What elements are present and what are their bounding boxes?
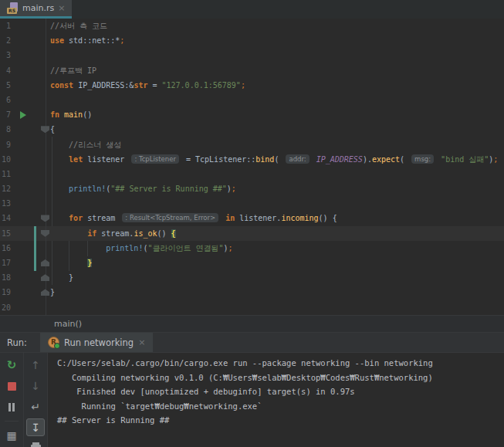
- line-number: 7: [0, 107, 11, 122]
- gutter: [11, 152, 46, 167]
- editor-line[interactable]: 5const IP_ADDRESS:&str = "127.0.0.1:5678…: [0, 78, 504, 93]
- editor-line[interactable]: 15 if stream.is_ok() {: [0, 226, 504, 241]
- run-tab[interactable]: R Run networking ×: [40, 333, 153, 352]
- stop-icon: [8, 382, 16, 391]
- editor-line[interactable]: 13: [0, 196, 504, 211]
- editor-line[interactable]: 7fn main(): [0, 107, 504, 122]
- scroll-to-end-button[interactable]: ↧: [26, 418, 45, 436]
- close-run-tab-icon[interactable]: ×: [138, 338, 145, 347]
- line-number: 18: [0, 270, 11, 285]
- rust-file-icon: RS: [7, 2, 19, 14]
- line-number: 4: [0, 63, 11, 78]
- code-text: [46, 300, 50, 315]
- run-toolwindow-bar: Run: R Run networking ×: [0, 332, 504, 352]
- editor-line[interactable]: 3: [0, 48, 504, 63]
- prev-occurrence-button[interactable]: ↑: [26, 356, 45, 374]
- line-number: 1: [0, 19, 11, 33]
- gutter: [11, 256, 46, 270]
- editor-line[interactable]: 8{: [0, 122, 504, 137]
- pause-output-button[interactable]: [2, 398, 21, 416]
- code-text: [46, 196, 50, 211]
- editor-line[interactable]: 6: [0, 93, 504, 107]
- vcs-change-bar: [34, 226, 36, 271]
- code-text: [46, 93, 50, 107]
- editor-line[interactable]: 12 println!("## Server is Running ##");: [0, 181, 504, 196]
- code-editor[interactable]: 1//서버 측 코드2use std::net::*;34//루프백 IP5co…: [0, 19, 504, 315]
- console-line: C:/Users/selab/.cargo/bin/cargo.exe run …: [57, 356, 504, 371]
- line-number: 15: [0, 226, 11, 241]
- toolbar-divider: [5, 421, 19, 422]
- editor-line[interactable]: 18 }: [0, 270, 504, 285]
- line-number: 2: [0, 33, 11, 48]
- line-number: 12: [0, 181, 11, 196]
- breadcrumb-bar: main(): [0, 315, 504, 332]
- code-text: //서버 측 코드: [46, 19, 107, 33]
- editor-line[interactable]: 17 }: [0, 256, 504, 270]
- line-number: 14: [0, 211, 11, 225]
- pause-icon: [8, 403, 15, 411]
- next-occurrence-button[interactable]: ↓: [26, 377, 45, 395]
- editor-line[interactable]: 11: [0, 167, 504, 181]
- console-line: Compiling networking v0.1.0 (C:₩Users₩se…: [57, 371, 504, 385]
- code-text: //리스너 생성: [46, 137, 121, 152]
- gutter: [11, 167, 46, 181]
- soft-wrap-button[interactable]: ↵: [26, 398, 45, 416]
- print-button[interactable]: [26, 439, 45, 447]
- console-output[interactable]: C:/Users/selab/.cargo/bin/cargo.exe run …: [48, 353, 504, 447]
- rerun-button[interactable]: ↻: [2, 356, 21, 374]
- editor-line[interactable]: 4//루프백 IP: [0, 63, 504, 78]
- code-text: fn main(): [46, 107, 92, 122]
- gutter: [11, 137, 46, 152]
- inlay-hint: msg:: [411, 154, 434, 164]
- code-text: [46, 167, 50, 181]
- code-text: for stream : Result<TcpStream, Error> in…: [46, 211, 337, 225]
- line-number: 10: [0, 152, 11, 167]
- gutter: [11, 226, 46, 241]
- editor-line[interactable]: 19}: [0, 285, 504, 300]
- gutter: [11, 270, 46, 285]
- line-number: 16: [0, 241, 11, 256]
- console-line: ## Server is Running ##: [57, 413, 504, 428]
- code-text: if stream.is_ok() {: [46, 226, 176, 241]
- code-text: //루프백 IP: [46, 63, 96, 78]
- run-console: ↻ ▦ ↑ ↓ ↵ ↧ C:/Users/selab/.cargo/bin/ca…: [0, 352, 504, 447]
- run-panel-label: Run:: [7, 337, 27, 348]
- restore-layout-button[interactable]: ▦: [2, 426, 21, 445]
- code-text: [46, 48, 50, 63]
- gutter: [11, 300, 46, 315]
- code-text: }: [46, 270, 73, 285]
- gutter: [11, 63, 46, 78]
- ide-window: RS main.rs × 1//서버 측 코드2use std::net::*;…: [0, 0, 504, 447]
- gutter: [11, 33, 46, 48]
- run-actions-toolbar: ↻ ▦: [0, 353, 24, 447]
- close-tab-icon[interactable]: ×: [58, 4, 65, 12]
- line-number: 13: [0, 196, 11, 211]
- console-view-toolbar: ↑ ↓ ↵ ↧: [24, 353, 48, 447]
- editor-line[interactable]: 14 for stream : Result<TcpStream, Error>…: [0, 211, 504, 225]
- editor-line[interactable]: 10 let listener : TcpListener = TcpListe…: [0, 152, 504, 167]
- line-number: 5: [0, 78, 11, 93]
- editor-line[interactable]: 9 //리스너 생성: [0, 137, 504, 152]
- editor-line[interactable]: 16 println!("클라이언트 연결됨");: [0, 241, 504, 256]
- gutter: [11, 285, 46, 300]
- stop-button[interactable]: [2, 377, 21, 395]
- run-main-icon[interactable]: [20, 111, 26, 119]
- editor-line[interactable]: 20: [0, 300, 504, 315]
- line-number: 17: [0, 256, 11, 270]
- gutter: [11, 181, 46, 196]
- line-number: 8: [0, 122, 11, 137]
- line-number: 11: [0, 167, 11, 181]
- code-text: const IP_ADDRESS:&str = "127.0.0.1:56789…: [46, 78, 245, 93]
- line-number: 6: [0, 93, 11, 107]
- code-text: println!("클라이언트 연결됨");: [46, 241, 233, 256]
- tab-main-rs[interactable]: RS main.rs ×: [0, 0, 72, 19]
- console-line: Finished dev [unoptimized + debuginfo] t…: [57, 384, 504, 399]
- breadcrumb-scope[interactable]: main(): [54, 319, 82, 329]
- editor-line[interactable]: 1//서버 측 코드: [0, 19, 504, 33]
- console-line: Running `target₩debug₩networking.exe`: [57, 399, 504, 414]
- editor-tab-bar: RS main.rs ×: [0, 0, 504, 19]
- gutter: [11, 211, 46, 225]
- inlay-hint: addr:: [286, 154, 309, 164]
- editor-line[interactable]: 2use std::net::*;: [0, 33, 504, 48]
- rs-badge: RS: [7, 8, 17, 14]
